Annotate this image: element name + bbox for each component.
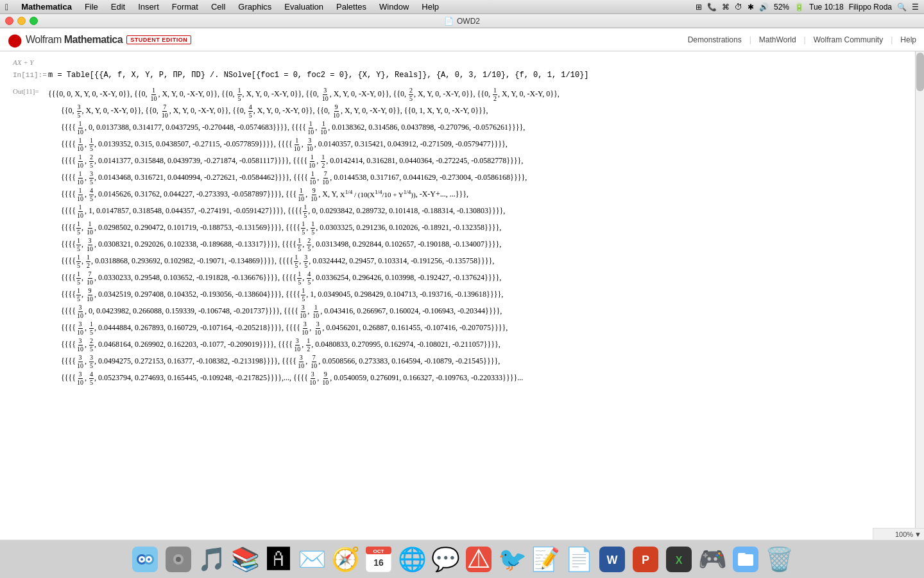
output-line-5: {{{{110, 25, 0.0141377, 0.315848, 0.0439…: [48, 153, 911, 170]
username: Filippo Roda: [849, 3, 892, 12]
svg-text:X: X: [676, 555, 683, 566]
app-header: ⬤ Wolfram Mathematica STUDENT EDITION De…: [0, 28, 924, 51]
notification-icon[interactable]: ☰: [912, 3, 919, 12]
wolfram-name: Wolfram: [26, 34, 64, 45]
output-cell-11: Out[11]= {{{0, 0, X, Y, 0, -X-Y, 0}}, {{…: [13, 86, 911, 387]
menu-evaluation[interactable]: Evaluation: [279, 1, 329, 12]
dock-system-prefs[interactable]: [163, 544, 194, 575]
dock-angry-birds[interactable]: 🐦: [497, 544, 527, 575]
output-line-1: {{{0, 0, X, Y, 0, -X-Y, 0}}, {{0, 110, X…: [48, 87, 911, 103]
dock-files[interactable]: [730, 544, 761, 575]
output-line-12: {{{{15, 710, 0.0330233, 0.29548, 0.10365…: [48, 270, 911, 286]
header-links: Demonstrations | MathWorld | Wolfram Com…: [688, 35, 916, 44]
menu-graphics[interactable]: Graphics: [233, 1, 277, 12]
menu-window[interactable]: Window: [374, 1, 414, 12]
menu-file[interactable]: File: [80, 1, 103, 12]
menu-format[interactable]: Format: [167, 1, 203, 12]
output-line-8: {{{{110, 1, 0.0147857, 0.318548, 0.04435…: [48, 204, 911, 220]
menu-mathematica[interactable]: Mathematica: [16, 1, 77, 12]
output-line-17: {{{{310, 35, 0.0494275, 0.272153, 0.1637…: [48, 354, 911, 370]
dock-safari[interactable]: 🧭: [330, 544, 361, 575]
dock-itunes[interactable]: 🎵: [196, 544, 227, 575]
dock-textedit[interactable]: 📄: [563, 544, 594, 575]
output-line-15: {{{{310, 15, 0.0444884, 0.267893, 0.1607…: [48, 320, 911, 337]
svg-point-5: [141, 558, 143, 561]
maximize-button[interactable]: [30, 17, 38, 25]
dock: 🎵 📚 🅰 ✉️ 🧭 OCT 16 🌐 💬 🐦 📝 📄 W: [0, 539, 924, 578]
svg-point-9: [176, 557, 181, 562]
menubar:  Mathematica File Edit Insert Format Ce…: [0, 0, 924, 14]
spotlight-icon[interactable]: 🔍: [897, 3, 907, 12]
apple-menu[interactable]: : [5, 2, 8, 12]
minimize-button[interactable]: [17, 17, 26, 25]
notebook-content[interactable]: AX + Y In[11]:= m = Table[{{A, f, X, Y, …: [0, 51, 924, 539]
dock-powerpoint[interactable]: P: [630, 544, 661, 575]
scrollbar-thumb[interactable]: [916, 53, 924, 91]
output-line-9: {{{{15, 110, 0.0298502, 0.290472, 0.1017…: [48, 220, 911, 236]
menu-edit[interactable]: Edit: [106, 1, 130, 12]
dock-mail[interactable]: ✉️: [296, 544, 327, 575]
mathworld-link[interactable]: MathWorld: [759, 35, 796, 44]
wolfram-logo-text: Wolfram Mathematica: [26, 34, 123, 46]
svg-point-6: [148, 558, 150, 561]
dock-app-store[interactable]: 🅰: [263, 544, 294, 575]
dock-stickies[interactable]: 📝: [530, 544, 561, 575]
clock: Tue 10:18: [809, 3, 844, 12]
dock-skype[interactable]: 💬: [430, 544, 461, 575]
input-cell-11[interactable]: In[11]:= m = Table[{{A, f, X, Y, P, ΠP, …: [13, 70, 911, 81]
input-label-11: In[11]:=: [13, 70, 48, 80]
output-label-11: Out[11]=: [13, 86, 48, 96]
svg-text:W: W: [607, 554, 618, 566]
zoom-level: 100%: [895, 530, 913, 538]
dock-ibooks[interactable]: 📚: [230, 544, 261, 575]
time-machine-icon: ⏱: [735, 3, 742, 12]
zoom-icon: ▼: [914, 530, 921, 538]
scrollbar[interactable]: [915, 51, 924, 539]
wolfram-community-link[interactable]: Wolfram Community: [814, 35, 883, 44]
output-line-16: {{{{310, 25, 0.0468164, 0.269902, 0.1622…: [48, 337, 911, 353]
output-line-13: {{{{15, 910, 0.0342519, 0.297408, 0.1043…: [48, 287, 911, 303]
menu-palettes[interactable]: Palettes: [331, 1, 372, 12]
svg-text:OCT: OCT: [373, 548, 384, 554]
dock-word[interactable]: W: [597, 544, 628, 575]
dock-wolfram[interactable]: [463, 544, 494, 575]
dock-finder[interactable]: [130, 544, 160, 575]
file-icon: 📄: [444, 17, 454, 26]
phone-icon: 📞: [707, 3, 717, 12]
dock-calendar[interactable]: OCT 16: [363, 544, 394, 575]
mathematica-name: Mathematica: [64, 34, 123, 45]
dock-crossover[interactable]: X: [663, 544, 694, 575]
screen-share-icon: ⊞: [696, 3, 702, 12]
output-line-18: {{{{310, 45, 0.0523794, 0.274693, 0.1654…: [48, 371, 911, 387]
bluetooth-icon: ✱: [748, 3, 754, 12]
input-code-11[interactable]: m = Table[{{A, f, X, Y, P, ΠP, ΠD} /. NS…: [48, 70, 911, 81]
wolfram-logo: ⬤ Wolfram Mathematica STUDENT EDITION: [8, 32, 191, 48]
output-line-7: {{{{110, 45, 0.0145626, 0.31762, 0.04422…: [48, 187, 911, 203]
output-line-2: {{0, 35, X, Y, 0, -X-Y, 0}}, {{0, 710, X…: [48, 103, 911, 119]
window-controls: [5, 17, 38, 25]
svg-text:16: 16: [373, 557, 384, 568]
dock-trash[interactable]: 🗑️: [764, 544, 794, 575]
dock-photos[interactable]: 🌐: [397, 544, 427, 575]
output-content-11: {{{0, 0, X, Y, 0, -X-Y, 0}}, {{0, 110, X…: [48, 86, 911, 387]
menu-help[interactable]: Help: [416, 1, 444, 12]
volume-icon: 🔊: [759, 3, 769, 12]
output-line-11: {{{{15, 12, 0.0318868, 0.293692, 0.10298…: [48, 254, 911, 270]
notebook-body: AX + Y In[11]:= m = Table[{{A, f, X, Y, …: [0, 54, 924, 394]
dock-unity[interactable]: 🎮: [697, 544, 728, 575]
help-link[interactable]: Help: [900, 35, 916, 44]
output-line-4: {{{{110, 15, 0.0139352, 0.315, 0.0438507…: [48, 137, 911, 153]
svg-text:P: P: [642, 554, 649, 566]
close-button[interactable]: [5, 17, 13, 25]
menu-cell[interactable]: Cell: [206, 1, 230, 12]
menu-right-icons: ⊞ 📞 ⌘ ⏱ ✱ 🔊 52% 🔋 Tue 10:18 Filippo Roda…: [696, 3, 919, 12]
output-line-14: {{{{310, 0, 0.0423982, 0.266088, 0.15933…: [48, 304, 911, 320]
output-line-10: {{{{15, 310, 0.0308321, 0.292026, 0.1023…: [48, 237, 911, 253]
svg-rect-25: [738, 553, 746, 557]
output-line-6: {{{{110, 35, 0.0143468, 0.316721, 0.0440…: [48, 170, 911, 186]
menu-insert[interactable]: Insert: [133, 1, 164, 12]
demonstrations-link[interactable]: Demonstrations: [688, 35, 742, 44]
battery-label: 52%: [774, 3, 789, 12]
wolfram-logo-icon: ⬤: [8, 32, 22, 48]
student-edition-badge: STUDENT EDITION: [126, 35, 191, 44]
